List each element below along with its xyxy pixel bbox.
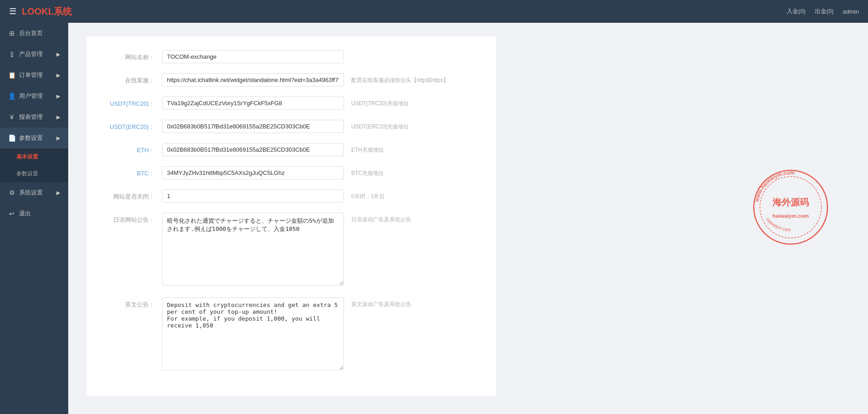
label-usdt-erc20: USDT(ERC20)： [105,120,155,131]
form-row-en-announce: 英文公告： Deposit with cryptocurrencies and … [105,297,478,372]
input-wrap-eth [162,143,344,156]
system-icon: ⚙ [8,189,15,196]
hint-usdt-erc20: USDT(ERC20)充值地址 [351,120,409,131]
header-left: ☰ LOOKL系统 [9,5,72,18]
input-wrap-site-close [162,189,344,203]
admin-link[interactable]: admin [843,8,859,15]
textarea-en-announce[interactable]: Deposit with cryptocurrencies and get an… [162,297,344,370]
sidebar-item-report[interactable]: ¥ 报表管理 ▶ [0,107,68,128]
form-row-livechat: 在线客服： 配置在线客服必须协议头【http或https】 [105,73,478,87]
sidebar-item-label: 后台首页 [19,29,43,37]
header-right: 入金(0) 出金(0) admin [787,7,859,15]
form-row-site-close: 网站是否关闭： 0关闭，1开启 [105,189,478,203]
input-wrap-usdt-erc20 [162,120,344,133]
label-en-announce: 英文公告： [105,297,155,309]
logout-icon: ↩ [8,210,15,217]
arrow-icon: ▶ [56,72,60,78]
form-row-eth: ETH： ETH充值地址 [105,143,478,156]
input-site-close[interactable] [162,189,344,203]
sidebar-item-user[interactable]: 👤 用户管理 ▶ [0,86,68,107]
hint-eth: ETH充值地址 [351,143,384,154]
form-card: 网站名称： 在线客服： 配置在线客服必须协议头【http或https】 USDT… [86,36,496,396]
input-usdt-erc20[interactable] [162,120,344,133]
input-wrap-en-announce: Deposit with cryptocurrencies and get an… [162,297,344,372]
form-row-usdt-erc20: USDT(ERC20)： USDT(ERC20)充值地址 [105,120,478,133]
input-livechat[interactable] [162,73,344,87]
logo-suffix: 系统 [54,6,72,16]
sidebar-item-logout[interactable]: ↩ 退出 [0,203,68,224]
hint-site-close: 0关闭，1开启 [351,189,384,200]
arrow-icon: ▶ [56,51,60,57]
arrow-icon: ▶ [56,114,60,120]
sidebar-item-label: 用户管理 [19,92,43,100]
label-eth: ETH： [105,143,155,154]
hint-livechat: 配置在线客服必须协议头【http或https】 [351,73,449,84]
report-icon: ¥ [8,113,15,121]
input-btc[interactable] [162,166,344,179]
input-wrap-usdt-trc20 [162,97,344,110]
product-icon: ₿ [8,51,15,58]
hint-usdt-trc20: USDT(TRC20)充值地址 [351,97,409,107]
textarea-jp-announce[interactable]: 暗号化された通貨でチャージすると、チャージ金額の5%が追加されます.例えば100… [162,213,344,286]
hamburger-icon[interactable]: ☰ [9,6,16,16]
input-sitename[interactable] [162,50,344,63]
order-icon: 📋 [8,72,15,79]
top-header: ☰ LOOKL系统 入金(0) 出金(0) admin [0,0,868,23]
content-area: 网站名称： 在线客服： 配置在线客服必须协议头【http或https】 USDT… [68,23,868,414]
sidebar-item-params[interactable]: 📄 参数设置 ▶ [0,128,68,148]
form-row-usdt-trc20: USDT(TRC20)： USDT(TRC20)充值地址 [105,97,478,110]
sidebar-item-label: 系统设置 [19,189,43,197]
sidebar-item-label: 退出 [19,210,31,218]
arrow-icon: ▶ [56,190,60,196]
form-row-jp-announce: 日语网站公告： 暗号化された通貨でチャージすると、チャージ金額の5%が追加されま… [105,213,478,287]
hint-en-announce: 英文滚动广告及系统公告 [351,297,411,308]
input-wrap-livechat [162,73,344,87]
sidebar-sub-basic[interactable]: 基本设置 [0,148,68,165]
hint-jp-announce: 日语滚动广告及系统公告 [351,213,411,224]
form-row-sitename: 网站名称： [105,50,478,63]
sidebar-item-order[interactable]: 📋 订单管理 ▶ [0,65,68,86]
input-wrap-jp-announce: 暗号化された通貨でチャージすると、チャージ金額の5%が追加されます.例えば100… [162,213,344,287]
input-wrap-sitename [162,50,344,63]
main-layout: ⊞ 后台首页 ₿ 产品管理 ▶ 📋 订单管理 ▶ 👤 用户管理 ▶ ¥ 报表管理… [0,23,868,414]
label-sitename: 网站名称： [105,50,155,61]
label-btc: BTC： [105,166,155,178]
label-usdt-trc20: USDT(TRC20)： [105,97,155,108]
label-jp-announce: 日语网站公告： [105,213,155,224]
sidebar-item-product[interactable]: ₿ 产品管理 ▶ [0,44,68,65]
logo-prefix: LOOKL [22,6,54,16]
input-wrap-btc [162,166,344,179]
label-site-close: 网站是否关闭： [105,189,155,201]
sidebar: ⊞ 后台首页 ₿ 产品管理 ▶ 📋 订单管理 ▶ 👤 用户管理 ▶ ¥ 报表管理… [0,23,68,414]
sidebar-sub-param[interactable]: 参数设置 [0,165,68,182]
input-usdt-trc20[interactable] [162,97,344,110]
sidebar-item-label: 报表管理 [19,113,43,121]
withdraw-link[interactable]: 出金(0) [815,7,834,15]
sidebar-submenu: 基本设置 参数设置 [0,148,68,182]
arrow-icon: ▶ [56,135,60,141]
params-icon: 📄 [8,134,15,142]
logo: LOOKL系统 [22,5,72,18]
dashboard-icon: ⊞ [8,30,15,37]
label-livechat: 在线客服： [105,73,155,85]
hint-btc: BTC充值地址 [351,166,384,177]
sidebar-item-system[interactable]: ⚙ 系统设置 ▶ [0,182,68,203]
sidebar-item-dashboard[interactable]: ⊞ 后台首页 [0,23,68,44]
sidebar-item-label: 订单管理 [19,71,43,79]
user-icon: 👤 [8,92,15,100]
input-eth[interactable] [162,143,344,156]
sidebar-item-label: 产品管理 [19,50,43,58]
sidebar-item-label: 参数设置 [19,134,43,142]
deposit-link[interactable]: 入金(0) [787,7,806,15]
arrow-icon: ▶ [56,93,60,99]
form-row-btc: BTC： BTC充值地址 [105,166,478,179]
